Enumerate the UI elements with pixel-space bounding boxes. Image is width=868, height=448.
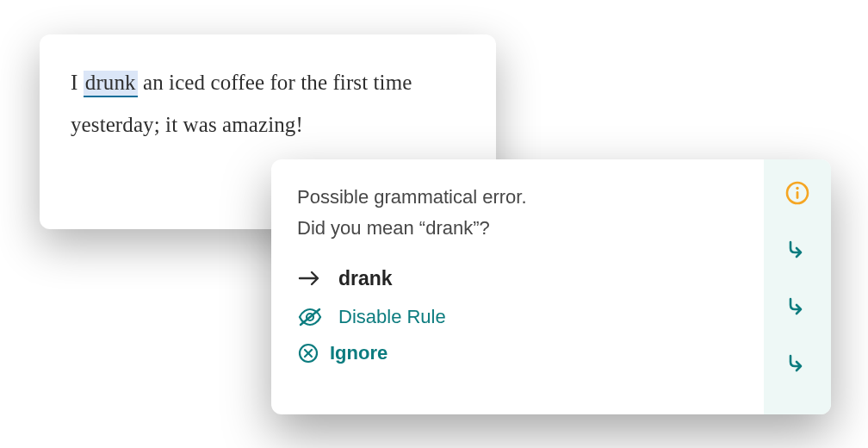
ignore-label: Ignore — [330, 342, 388, 364]
close-circle-icon — [297, 342, 319, 364]
eye-off-icon — [297, 306, 323, 328]
apply-suggestion-button[interactable]: drank — [297, 267, 738, 290]
svg-point-6 — [796, 187, 798, 190]
next-suggestion-button-2[interactable] — [784, 294, 810, 320]
svg-rect-7 — [797, 191, 799, 199]
disable-rule-button[interactable]: Disable Rule — [297, 306, 738, 328]
editor-text-before: I — [71, 71, 84, 94]
editor-text[interactable]: I drunk an iced coffee for the first tim… — [71, 62, 465, 146]
popup-sidebar — [764, 159, 831, 414]
popup-message: Possible grammatical error. Did you mean… — [297, 182, 738, 245]
ignore-button[interactable]: Ignore — [297, 342, 738, 364]
next-suggestion-button-3[interactable] — [784, 351, 810, 376]
popup-message-line2: Did you mean “drank”? — [297, 217, 490, 239]
info-button[interactable] — [784, 180, 810, 206]
disable-rule-label: Disable Rule — [338, 306, 446, 328]
grammar-suggestion-popup: Possible grammatical error. Did you mean… — [271, 159, 831, 414]
next-suggestion-button-1[interactable] — [784, 237, 810, 263]
suggestion-word: drank — [338, 267, 393, 290]
arrow-right-icon — [297, 267, 323, 289]
info-icon — [784, 180, 810, 206]
popup-body: Possible grammatical error. Did you mean… — [271, 159, 764, 414]
flagged-word[interactable]: drunk — [84, 71, 138, 97]
arrow-down-right-icon — [785, 352, 809, 376]
popup-message-line1: Possible grammatical error. — [297, 186, 527, 208]
arrow-down-right-icon — [785, 238, 809, 262]
arrow-down-right-icon — [785, 295, 809, 319]
